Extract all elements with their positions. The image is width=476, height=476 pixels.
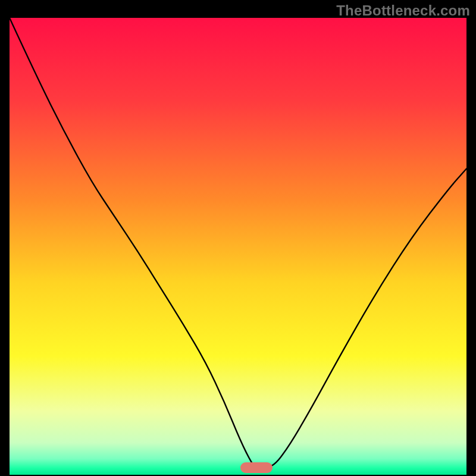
bottleneck-curve [10,18,466,475]
watermark-text: TheBottleneck.com [336,2,470,19]
plot-area [10,18,466,475]
chart-frame [10,18,466,475]
optimal-range-marker [240,462,273,473]
